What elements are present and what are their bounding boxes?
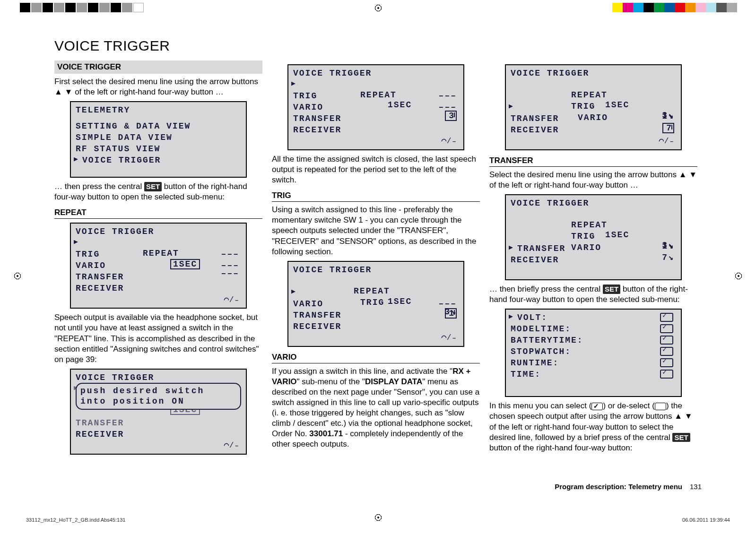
page-number: 131 [690,483,702,491]
crosshair-icon [12,271,23,281]
unchecked-box-icon [655,403,666,410]
indesign-slug: 33112_mx12_HoTT_2_GB.indd Abs45:131 06.0… [26,517,730,523]
set-button-label: SET [672,433,690,442]
lcd-voice-vario-sw7: VOICE TRIGGER REPEAT 1SEC 3↘ TRIG 1↘ VAR… [505,64,682,150]
toggle-icon: ⌒⁄₋ [224,440,239,451]
column-2: VOICE TRIGGER REPEAT 1SEC 3 TRIG––– VARI… [272,60,480,458]
footer-title: Program description: Telemetry menu [555,483,682,491]
body-text: Using a switch assigned to this line - p… [272,205,480,257]
lcd-voice-assign-switch: VOICE TRIGGER REPEAT 1SEC TRANSFER RECEI… [70,369,247,455]
lcd-transfer-options: VOLT: MODELTIME: BATTERYTIME: STOPWATCH:… [505,309,682,397]
subheading-repeat: REPEAT [54,207,262,219]
file-name: 33112_mx12_HoTT_2_GB.indd Abs45:131 [26,517,125,523]
body-text: If you assign a switch in this line, and… [272,366,480,450]
toggle-icon: ⌒⁄₋ [224,295,239,305]
section-heading: VOICE TRIGGER [54,60,262,74]
body-text: First select the desired menu line using… [54,77,262,97]
arrow-down-icon: ▼ [685,412,693,421]
subheading-vario: VARIO [272,352,480,363]
arrow-up-icon: ▲ [54,87,62,96]
body-text: … then briefly press the central SET but… [489,284,697,305]
body-text: In this menu you can select () or de-sel… [489,401,697,453]
column-1: VOICE TRIGGER First select the desired m… [54,60,262,458]
lcd-popup: push desired switch into position ON [76,383,241,410]
set-button-label: SET [603,285,620,294]
body-text: Speech output is available via the headp… [54,312,262,364]
checked-box-icon [591,403,603,410]
page-title: VOICE TRIGGER [54,38,702,54]
toggle-icon: ⌒⁄₋ [659,136,674,147]
arrow-down-icon: ▼ [689,170,697,179]
crosshair-icon [733,271,744,281]
column-3: VOICE TRIGGER REPEAT 1SEC 3↘ TRIG 1↘ VAR… [489,60,697,458]
page-footer: Program description: Telemetry menu 131 [54,483,702,491]
crosshair-icon [373,3,383,13]
arrow-up-icon: ▲ [679,170,687,179]
body-text: Select the desired menu line using the a… [489,170,697,190]
file-date: 06.06.2011 19:39:44 [682,517,730,523]
lcd-voice-repeat-edit: VOICE TRIGGER REPEAT 1SEC ––– TRIG––– VA… [70,223,247,309]
arrow-down-icon: ▼ [65,87,73,96]
toggle-icon: ⌒⁄₋ [442,333,457,343]
body-text: All the time the assigned switch is clos… [272,154,480,185]
toggle-icon: ⌒⁄₋ [442,136,457,147]
body-text: … then press the central SET button of t… [54,181,262,202]
subheading-trig: TRIG [272,190,480,202]
arrow-up-icon: ▲ [674,412,682,421]
subheading-transfer: TRANSFER [489,155,697,167]
lcd-voice-repeat-sw3: VOICE TRIGGER REPEAT 1SEC 3 TRIG––– VARI… [287,64,464,150]
lcd-voice-transfer: VOICE TRIGGER REPEAT 1SEC 3↘ TRIG 1↘ VAR… [505,194,682,280]
lcd-telemetry: TELEMETRY SETTING & DATA VIEW SIMPLE DAT… [70,101,247,178]
page-content: VOICE TRIGGER VOICE TRIGGER First select… [54,38,702,458]
set-button-label: SET [144,182,162,191]
lcd-voice-trig-sw1: VOICE TRIGGER REPEAT 1SEC 3↘ TRIG 1 VARI… [287,261,464,347]
